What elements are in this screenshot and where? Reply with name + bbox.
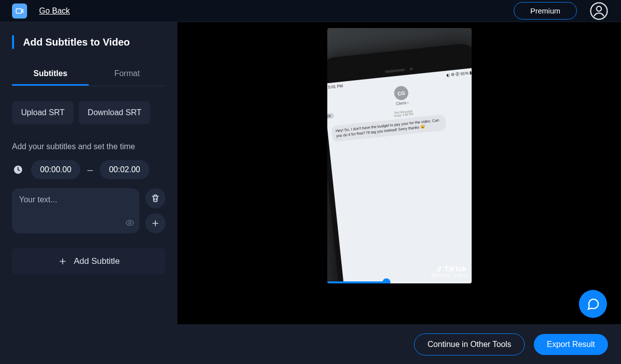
tab-format[interactable]: Format	[89, 63, 165, 86]
visibility-icon[interactable]	[125, 218, 134, 229]
progress-thumb[interactable]	[382, 278, 390, 283]
continue-in-other-tools-button[interactable]: Continue in Other Tools	[414, 333, 525, 355]
phone-camera-dot	[409, 67, 413, 71]
contact-avatar: CG	[393, 85, 409, 101]
chat-icon	[586, 297, 600, 311]
helper-text: Add your subtitles and set the time	[12, 142, 165, 151]
page-title: Add Subtitles to Video	[23, 37, 130, 48]
phone-screen: 5:01 PM ◐ ⚙ ⓪ 91% ▮ CG Client › 128 Text…	[327, 68, 472, 283]
trash-icon	[150, 193, 160, 203]
plus-icon	[150, 218, 160, 228]
add-subtitle-circle-button[interactable]	[145, 213, 165, 233]
tabs: Subtitles Format	[12, 63, 165, 86]
delete-subtitle-button[interactable]	[145, 188, 165, 208]
svg-point-2	[596, 6, 601, 11]
footer-bar: Continue in Other Tools Export Result	[177, 324, 621, 364]
plus-icon	[58, 256, 68, 266]
time-row: 00:00.00 – 00:02.00	[12, 160, 165, 179]
help-fab[interactable]	[579, 290, 607, 318]
video-progress-bar[interactable]	[327, 281, 472, 283]
header: Go Back Premium	[0, 0, 621, 22]
upload-srt-button[interactable]: Upload SRT	[12, 101, 74, 124]
export-result-button[interactable]: Export Result	[534, 334, 608, 355]
phone-speaker	[384, 68, 404, 73]
svg-point-4	[129, 222, 131, 224]
start-time-input[interactable]: 00:00.00	[31, 160, 80, 179]
user-avatar[interactable]	[589, 1, 609, 21]
go-back-link[interactable]: Go Back	[39, 7, 70, 16]
phone-mock: 5:01 PM ◐ ⚙ ⓪ 91% ▮ CG Client › 128 Text…	[327, 42, 472, 283]
time-dash: –	[87, 164, 93, 176]
premium-button[interactable]: Premium	[514, 2, 577, 20]
end-time-input[interactable]: 00:02.00	[100, 160, 149, 179]
status-right: ◐ ⚙ ⓪ 91% ▮	[446, 70, 471, 78]
logo-icon	[15, 7, 24, 16]
add-subtitle-button[interactable]: Add Subtitle	[12, 248, 165, 274]
progress-fill	[327, 281, 386, 283]
tab-subtitles[interactable]: Subtitles	[12, 63, 89, 86]
tiktok-icon	[436, 265, 443, 272]
clock-icon	[12, 164, 24, 176]
sidebar: Add Subtitles to Video Subtitles Format …	[0, 22, 177, 364]
svg-rect-0	[16, 9, 22, 13]
add-subtitle-label: Add Subtitle	[74, 256, 120, 266]
status-time: 5:01 PM	[328, 84, 343, 91]
app-logo[interactable]	[12, 4, 27, 19]
tiktok-watermark: TikTok @filmora_editor	[431, 265, 467, 278]
subtitle-placeholder: Your text...	[19, 195, 57, 204]
subtitle-text-input[interactable]: Your text...	[12, 188, 139, 233]
user-icon	[590, 2, 608, 20]
download-srt-button[interactable]: Download SRT	[79, 101, 150, 124]
video-area: 5:01 PM ◐ ⚙ ⓪ 91% ▮ CG Client › 128 Text…	[177, 22, 621, 364]
video-preview[interactable]: 5:01 PM ◐ ⚙ ⓪ 91% ▮ CG Client › 128 Text…	[327, 28, 472, 283]
title-accent-bar	[12, 35, 14, 49]
